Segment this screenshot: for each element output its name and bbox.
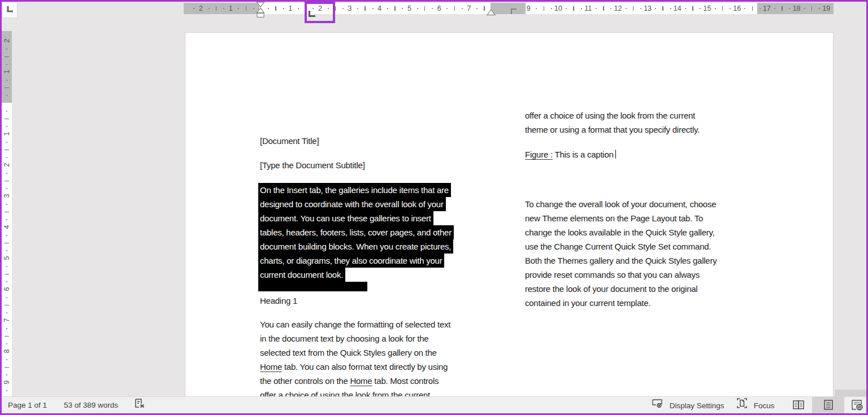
body-text-line[interactable]: theme or using a format that you specify… <box>525 123 761 137</box>
column-margin-marker[interactable] <box>511 8 517 14</box>
body-text-line[interactable]: change the looks available in the Quick … <box>525 225 761 239</box>
hyperlink[interactable]: Home <box>260 362 282 372</box>
ruler-number: 4 <box>377 3 381 14</box>
display-settings-icon <box>651 397 664 415</box>
web-layout-button[interactable] <box>847 397 868 414</box>
ruler-tick <box>685 8 686 9</box>
body-text-line[interactable]: You can easily change the formatting of … <box>260 317 496 331</box>
ruler-tick <box>432 8 433 9</box>
ruler-number: 12 <box>614 3 622 14</box>
selected-line[interactable]: On the Insert tab, the galleries include… <box>258 183 454 197</box>
hyperlink[interactable]: Home <box>350 376 372 386</box>
ruler-tick <box>454 6 455 11</box>
ruler-tick <box>6 95 7 96</box>
caption-label-link[interactable]: Figure : <box>525 150 553 160</box>
body-text-line[interactable]: use the Change Current Quick Style Set c… <box>525 239 761 254</box>
page-number-indicator[interactable]: Page 1 of 1 <box>8 397 47 414</box>
heading-1[interactable]: Heading 1 <box>260 294 496 308</box>
focus-button[interactable]: Focus <box>736 397 775 414</box>
focus-icon <box>736 397 748 415</box>
body-text-line[interactable]: contained in your current template. <box>525 296 761 310</box>
body-text-line[interactable]: Home tab. You can also format text direc… <box>260 360 496 374</box>
ruler-tick <box>626 8 627 9</box>
ruler-number: 5 <box>407 3 411 14</box>
body-text-line[interactable]: provide reset commands so that you can a… <box>525 268 761 282</box>
ruler-tick <box>394 6 396 11</box>
ruler-tick <box>6 142 7 143</box>
ruler-tick <box>209 8 210 9</box>
right-indent-marker[interactable] <box>487 8 496 18</box>
selected-text: current document look. <box>258 268 345 282</box>
body-text-line[interactable]: the other controls on the Home tab. Most… <box>260 374 496 388</box>
selected-paragraph[interactable]: On the Insert tab, the galleries include… <box>258 183 454 291</box>
ruler-tick <box>298 8 299 9</box>
ruler-tick <box>782 6 783 11</box>
ruler-tick <box>283 8 284 9</box>
read-mode-button[interactable] <box>787 397 811 414</box>
ruler-number: 1 <box>288 3 292 14</box>
text-run: new Theme elements on the Page Layout ta… <box>525 213 703 223</box>
ruler-tick <box>5 150 9 151</box>
ruler-tick <box>223 8 224 9</box>
text-cursor <box>615 150 617 159</box>
selected-text: document. You can use these galleries to… <box>258 211 433 225</box>
body-text-line[interactable]: offer a choice of using the look from th… <box>525 108 761 123</box>
ruler-tick <box>715 8 716 9</box>
ruler-number: 1 <box>3 130 11 137</box>
ruler-number: 14 <box>674 3 682 14</box>
web-layout-icon <box>850 399 864 413</box>
ruler-tick <box>5 243 9 244</box>
body-text-line[interactable]: To change the overall look of your docum… <box>525 197 761 211</box>
ruler-number: 8 <box>3 348 11 355</box>
scrollbar-corner <box>835 390 866 396</box>
text-run: theme or using a format that you specify… <box>525 125 700 134</box>
ruler-tick <box>6 204 7 205</box>
ruler-tick <box>633 6 634 11</box>
selected-text: tables, headers, footers, lists, cover p… <box>258 225 454 239</box>
text-run: offer a choice of using the look from th… <box>525 111 695 120</box>
selected-line[interactable]: tables, headers, footers, lists, cover p… <box>258 225 454 239</box>
body-text-line[interactable]: offer a choice of using the look from th… <box>260 388 496 396</box>
vertical-ruler[interactable]: 21123456789 <box>2 31 12 396</box>
horizontal-ruler[interactable]: 211234567910111213141516171819 <box>184 3 834 14</box>
indent-marker[interactable] <box>256 2 265 21</box>
print-layout-button[interactable] <box>812 397 844 414</box>
body-text-line[interactable]: selected text from the Quick Styles gall… <box>260 346 496 360</box>
text-run: To change the overall look of your docum… <box>525 199 716 209</box>
tabstop-highlight-box <box>305 2 335 23</box>
selected-text: designed to coordinate with the overall … <box>258 197 446 211</box>
word-count-indicator[interactable]: 53 of 389 words <box>64 397 118 414</box>
selected-line[interactable]: current document look. <box>258 268 454 282</box>
body-text-line[interactable]: restore the look of your document to the… <box>525 282 761 296</box>
ruler-number: 2 <box>3 161 11 168</box>
ruler-tick <box>5 88 9 89</box>
selected-line[interactable]: charts, or diagrams, they also coordinat… <box>258 254 454 268</box>
proofing-errors-button[interactable] <box>133 397 149 414</box>
body-text-line[interactable]: new Theme elements on the Page Layout ta… <box>525 211 761 225</box>
document-page[interactable]: [Document Title] [Type the Document Subt… <box>185 32 834 396</box>
ruler-tick <box>670 8 671 9</box>
tab-selector-button[interactable] <box>2 2 18 18</box>
selected-line[interactable]: document building blocks. When you creat… <box>258 239 454 254</box>
ruler-tick <box>730 8 731 9</box>
display-settings-button[interactable]: Display Settings <box>651 397 724 414</box>
ruler-number: 17 <box>763 3 771 14</box>
ruler-tick <box>6 173 7 174</box>
figure-caption[interactable]: Figure : This is a caption <box>525 147 761 161</box>
ruler-number: 6 <box>3 286 11 292</box>
ruler-number: 6 <box>437 3 441 14</box>
ruler-tick <box>5 336 9 337</box>
ruler-number: 18 <box>793 3 801 14</box>
document-title[interactable]: [Document Title] <box>260 134 496 148</box>
body-text-line[interactable]: Both the Themes gallery and the Quick St… <box>525 254 761 268</box>
selected-line[interactable]: designed to coordinate with the overall … <box>258 197 454 211</box>
ruler-tick <box>5 367 9 368</box>
ruler-tick <box>424 6 426 11</box>
selected-line[interactable]: document. You can use these galleries to… <box>258 211 454 225</box>
ruler-number: 2 <box>199 3 203 14</box>
read-mode-icon <box>792 399 806 413</box>
ruler-tick <box>760 8 761 9</box>
ruler-tick <box>752 6 753 11</box>
document-subtitle[interactable]: [Type the Document Subtitle] <box>260 158 496 172</box>
body-text-line[interactable]: in the document text by choosing a look … <box>260 331 496 346</box>
